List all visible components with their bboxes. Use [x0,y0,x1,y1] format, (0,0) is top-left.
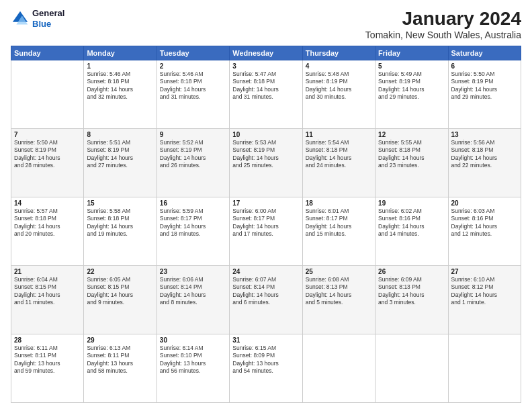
page: General Blue January 2024 Tomakin, New S… [0,0,532,411]
calendar: SundayMondayTuesdayWednesdayThursdayFrid… [11,46,521,403]
calendar-week-2: 7Sunrise: 5:50 AM Sunset: 8:19 PM Daylig… [11,129,521,197]
col-header-saturday: Saturday [448,46,521,60]
calendar-cell: 12Sunrise: 5:55 AM Sunset: 8:18 PM Dayli… [375,129,448,197]
calendar-cell: 1Sunrise: 5:46 AM Sunset: 8:18 PM Daylig… [84,60,157,129]
calendar-cell: 2Sunrise: 5:46 AM Sunset: 8:18 PM Daylig… [157,60,229,129]
calendar-cell: 29Sunrise: 6:13 AM Sunset: 8:11 PM Dayli… [84,334,157,403]
calendar-cell: 26Sunrise: 6:09 AM Sunset: 8:13 PM Dayli… [375,266,448,334]
calendar-cell: 19Sunrise: 6:02 AM Sunset: 8:16 PM Dayli… [375,197,448,266]
calendar-week-4: 21Sunrise: 6:04 AM Sunset: 8:15 PM Dayli… [11,266,521,334]
calendar-cell: 18Sunrise: 6:01 AM Sunset: 8:17 PM Dayli… [302,197,375,266]
calendar-cell: 20Sunrise: 6:03 AM Sunset: 8:16 PM Dayli… [448,197,521,266]
day-info: Sunrise: 6:14 AM Sunset: 8:10 PM Dayligh… [160,345,226,375]
day-number: 18 [306,199,372,207]
logo: General Blue [11,8,64,29]
day-info: Sunrise: 5:49 AM Sunset: 8:19 PM Dayligh… [378,71,445,101]
calendar-cell: 25Sunrise: 6:08 AM Sunset: 8:13 PM Dayli… [302,266,375,334]
calendar-cell: 7Sunrise: 5:50 AM Sunset: 8:19 PM Daylig… [11,129,84,197]
subtitle: Tomakin, New South Wales, Australia [365,30,521,40]
calendar-cell: 24Sunrise: 6:07 AM Sunset: 8:14 PM Dayli… [230,266,302,334]
calendar-cell: 22Sunrise: 6:05 AM Sunset: 8:15 PM Dayli… [84,266,157,334]
calendar-cell: 31Sunrise: 6:15 AM Sunset: 8:09 PM Dayli… [230,334,302,403]
day-number: 29 [87,336,153,344]
calendar-cell: 30Sunrise: 6:14 AM Sunset: 8:10 PM Dayli… [157,334,229,403]
calendar-cell [375,334,448,403]
calendar-week-3: 14Sunrise: 5:57 AM Sunset: 8:18 PM Dayli… [11,197,521,266]
col-header-thursday: Thursday [302,46,375,60]
calendar-cell: 23Sunrise: 6:06 AM Sunset: 8:14 PM Dayli… [157,266,229,334]
calendar-cell: 4Sunrise: 5:48 AM Sunset: 8:19 PM Daylig… [302,60,375,129]
calendar-cell [448,334,521,403]
day-info: Sunrise: 5:52 AM Sunset: 8:19 PM Dayligh… [160,139,226,170]
day-number: 13 [451,131,518,138]
day-info: Sunrise: 5:58 AM Sunset: 8:18 PM Dayligh… [87,208,153,238]
logo-blue: Blue [32,19,64,30]
calendar-cell: 6Sunrise: 5:50 AM Sunset: 8:19 PM Daylig… [448,60,521,129]
day-number: 26 [378,268,445,275]
day-number: 3 [232,62,299,70]
calendar-cell: 14Sunrise: 5:57 AM Sunset: 8:18 PM Dayli… [11,197,84,266]
day-number: 19 [378,199,445,207]
day-info: Sunrise: 6:06 AM Sunset: 8:14 PM Dayligh… [160,276,226,307]
day-number: 17 [232,199,299,207]
day-number: 22 [87,268,153,275]
header: General Blue January 2024 Tomakin, New S… [11,8,521,40]
day-number: 9 [160,131,226,138]
calendar-cell: 21Sunrise: 6:04 AM Sunset: 8:15 PM Dayli… [11,266,84,334]
calendar-cell: 3Sunrise: 5:47 AM Sunset: 8:18 PM Daylig… [230,60,302,129]
main-title: January 2024 [365,8,521,30]
day-info: Sunrise: 5:48 AM Sunset: 8:19 PM Dayligh… [306,71,372,101]
day-number: 23 [160,268,226,275]
day-info: Sunrise: 6:11 AM Sunset: 8:11 PM Dayligh… [14,345,81,375]
day-number: 4 [306,62,372,70]
day-info: Sunrise: 6:01 AM Sunset: 8:17 PM Dayligh… [306,208,372,238]
day-number: 20 [451,199,518,207]
day-number: 2 [160,62,226,70]
day-info: Sunrise: 6:05 AM Sunset: 8:15 PM Dayligh… [87,276,153,307]
day-number: 12 [378,131,445,138]
day-info: Sunrise: 6:09 AM Sunset: 8:13 PM Dayligh… [378,276,445,307]
col-header-friday: Friday [375,46,448,60]
day-info: Sunrise: 5:59 AM Sunset: 8:17 PM Dayligh… [160,208,226,238]
calendar-cell [302,334,375,403]
day-info: Sunrise: 6:02 AM Sunset: 8:16 PM Dayligh… [378,208,445,238]
day-number: 30 [160,336,226,344]
day-info: Sunrise: 6:07 AM Sunset: 8:14 PM Dayligh… [232,276,299,307]
calendar-cell [11,60,84,129]
day-number: 14 [14,199,81,207]
calendar-cell: 8Sunrise: 5:51 AM Sunset: 8:19 PM Daylig… [84,129,157,197]
day-number: 6 [451,62,518,70]
day-info: Sunrise: 6:03 AM Sunset: 8:16 PM Dayligh… [451,208,518,238]
col-header-monday: Monday [84,46,157,60]
title-block: January 2024 Tomakin, New South Wales, A… [365,8,521,40]
day-info: Sunrise: 5:46 AM Sunset: 8:18 PM Dayligh… [87,71,153,101]
day-info: Sunrise: 5:57 AM Sunset: 8:18 PM Dayligh… [14,208,81,238]
col-header-tuesday: Tuesday [157,46,229,60]
calendar-cell: 9Sunrise: 5:52 AM Sunset: 8:19 PM Daylig… [157,129,229,197]
day-number: 1 [87,62,153,70]
day-info: Sunrise: 6:08 AM Sunset: 8:13 PM Dayligh… [306,276,372,307]
day-number: 24 [232,268,299,275]
day-info: Sunrise: 6:15 AM Sunset: 8:09 PM Dayligh… [232,345,299,375]
day-info: Sunrise: 5:50 AM Sunset: 8:19 PM Dayligh… [14,139,81,170]
day-info: Sunrise: 6:13 AM Sunset: 8:11 PM Dayligh… [87,345,153,375]
day-info: Sunrise: 5:55 AM Sunset: 8:18 PM Dayligh… [378,139,445,170]
calendar-cell: 28Sunrise: 6:11 AM Sunset: 8:11 PM Dayli… [11,334,84,403]
calendar-cell: 15Sunrise: 5:58 AM Sunset: 8:18 PM Dayli… [84,197,157,266]
day-number: 15 [87,199,153,207]
calendar-header-row: SundayMondayTuesdayWednesdayThursdayFrid… [11,46,521,60]
calendar-week-1: 1Sunrise: 5:46 AM Sunset: 8:18 PM Daylig… [11,60,521,129]
day-info: Sunrise: 6:04 AM Sunset: 8:15 PM Dayligh… [14,276,81,307]
day-number: 5 [378,62,445,70]
calendar-cell: 11Sunrise: 5:54 AM Sunset: 8:18 PM Dayli… [302,129,375,197]
day-info: Sunrise: 5:50 AM Sunset: 8:19 PM Dayligh… [451,71,518,101]
day-info: Sunrise: 5:56 AM Sunset: 8:18 PM Dayligh… [451,139,518,170]
day-info: Sunrise: 5:53 AM Sunset: 8:19 PM Dayligh… [232,139,299,170]
day-number: 31 [232,336,299,344]
calendar-cell: 27Sunrise: 6:10 AM Sunset: 8:12 PM Dayli… [448,266,521,334]
day-info: Sunrise: 5:54 AM Sunset: 8:18 PM Dayligh… [306,139,372,170]
day-number: 21 [14,268,81,275]
day-number: 11 [306,131,372,138]
day-info: Sunrise: 5:46 AM Sunset: 8:18 PM Dayligh… [160,71,226,101]
day-info: Sunrise: 5:47 AM Sunset: 8:18 PM Dayligh… [232,71,299,101]
